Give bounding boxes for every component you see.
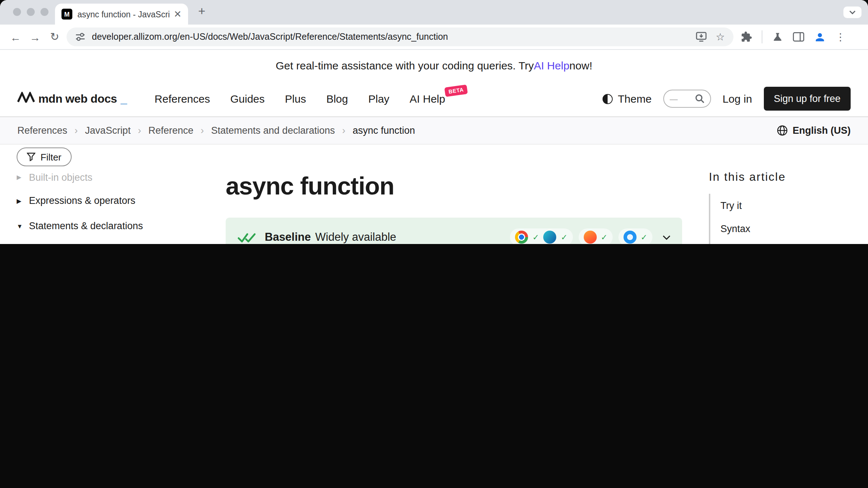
breadcrumb-separator: ›: [138, 125, 141, 136]
browser-toolbar: ← → ↻ developer.allizom.org/en-US/docs/W…: [0, 25, 868, 50]
sidebar-item-overview[interactable]: Overview: [22, 239, 197, 244]
page-main: Filter ▶ Built-in objects ▶ Expressions …: [0, 145, 868, 244]
mdn-logo-mark-icon: [17, 92, 35, 103]
bookmark-star-icon[interactable]: ☆: [716, 31, 725, 43]
promo-text-before: Get real-time assistance with your codin…: [276, 59, 534, 72]
mdn-favicon: M: [61, 9, 72, 20]
tab-title: async function - JavaScript |: [77, 10, 170, 18]
mdn-logo-cursor: _: [120, 93, 127, 106]
filter-label: Filter: [41, 151, 61, 162]
sidebar-item-expressions-operators[interactable]: ▶ Expressions & operators: [17, 188, 210, 213]
signup-button[interactable]: Sign up for free: [763, 87, 851, 111]
mdn-main-nav: References Guides Plus Blog Play AI Help…: [154, 93, 445, 105]
beta-badge: BETA: [444, 85, 468, 97]
install-app-icon[interactable]: [696, 32, 707, 42]
baseline-status: Widely available: [315, 231, 396, 243]
minimize-window-button[interactable]: [27, 8, 35, 16]
theme-icon: [603, 94, 613, 104]
browser-tab[interactable]: M async function - JavaScript | ✕: [55, 4, 188, 25]
toc-list: Try it Syntax Description Examples Speci…: [709, 194, 857, 244]
chromium-support-group: ✓ ✓: [510, 228, 573, 244]
safari-icon: [624, 231, 637, 244]
search-placeholder: —: [670, 94, 695, 103]
toc-item-description[interactable]: Description: [720, 240, 857, 244]
breadcrumb-separator: ›: [342, 125, 345, 136]
baseline-status-widget[interactable]: BaselineWidely available ✓ ✓ ✓: [226, 218, 682, 244]
ai-help-promo-link[interactable]: AI Help: [534, 59, 569, 72]
nav-item-play[interactable]: Play: [368, 93, 389, 105]
back-button[interactable]: ←: [6, 31, 25, 43]
breadcrumb: References › JavaScript › Reference › St…: [0, 117, 868, 145]
address-bar[interactable]: developer.allizom.org/en-US/docs/Web/Jav…: [67, 27, 733, 46]
sidebar-item-label: Built-in objects: [29, 172, 93, 183]
url-text[interactable]: developer.allizom.org/en-US/docs/Web/Jav…: [92, 32, 687, 42]
toolbar-divider: [762, 30, 762, 43]
browser-window: M async function - JavaScript | ✕ + ← → …: [0, 0, 868, 244]
nav-item-references[interactable]: References: [154, 93, 210, 105]
forward-button[interactable]: →: [25, 31, 45, 43]
chrome-icon: [515, 231, 528, 244]
filter-button[interactable]: Filter: [17, 147, 72, 166]
firefox-supported-check-icon: ✓: [601, 232, 607, 242]
mdn-logo-text: mdn web docs: [38, 93, 117, 106]
promo-text-after: now!: [569, 59, 592, 72]
expander-open-icon[interactable]: ▼: [17, 222, 25, 230]
close-tab-icon[interactable]: ✕: [174, 9, 182, 19]
ai-help-label: AI Help: [410, 93, 445, 105]
toc-item-try-it[interactable]: Try it: [720, 194, 857, 217]
firefox-icon: [583, 231, 596, 244]
sidebar-item-label: Statements & declarations: [29, 221, 143, 231]
profile-avatar-icon[interactable]: [814, 31, 826, 43]
browser-menu-icon[interactable]: ⋮: [835, 31, 846, 43]
language-switcher[interactable]: English (US): [777, 125, 851, 136]
breadcrumb-references[interactable]: References: [17, 125, 67, 136]
sidebar-item-statements-declarations[interactable]: ▼ Statements & declarations: [17, 213, 210, 239]
safari-support-group: ✓: [618, 228, 652, 244]
theme-label: Theme: [618, 93, 651, 105]
experiments-flask-icon[interactable]: [772, 31, 783, 43]
mdn-site-header: mdn web docs _ References Guides Plus Bl…: [0, 81, 868, 117]
baseline-expand-chevron-icon[interactable]: [663, 235, 671, 240]
nav-item-ai-help[interactable]: AI Help BETA: [410, 93, 445, 105]
mdn-logo[interactable]: mdn web docs _: [17, 92, 127, 106]
article-content: async function BaselineWidely available …: [226, 145, 682, 244]
expander-closed-icon[interactable]: ▶: [17, 197, 25, 204]
breadcrumb-reference[interactable]: Reference: [148, 125, 193, 136]
toc-item-syntax[interactable]: Syntax: [720, 217, 857, 240]
sidebar-item-label: Expressions & operators: [29, 195, 135, 206]
baseline-double-check-icon: [237, 232, 256, 243]
close-window-button[interactable]: [13, 8, 21, 16]
toc-title: In this article: [709, 171, 857, 184]
extensions-icon[interactable]: [741, 31, 752, 43]
nav-item-guides[interactable]: Guides: [230, 93, 265, 105]
side-panel-icon[interactable]: [793, 32, 804, 42]
table-of-contents: In this article Try it Syntax Descriptio…: [709, 145, 857, 244]
breadcrumb-javascript[interactable]: JavaScript: [85, 125, 131, 136]
window-controls: [13, 8, 48, 16]
expander-closed-icon[interactable]: ▶: [17, 174, 25, 181]
theme-toggle[interactable]: Theme: [603, 93, 651, 105]
login-link[interactable]: Log in: [723, 93, 752, 105]
tab-search-button[interactable]: [843, 7, 861, 18]
language-label: English (US): [793, 125, 851, 136]
site-info-icon[interactable]: [75, 32, 85, 42]
sidebar-item-built-in-objects[interactable]: ▶ Built-in objects: [17, 166, 210, 188]
breadcrumb-current-page: async function: [353, 125, 415, 136]
nav-item-plus[interactable]: Plus: [285, 93, 306, 105]
edge-icon: [544, 231, 557, 244]
maximize-window-button[interactable]: [41, 8, 48, 16]
baseline-browser-support: ✓ ✓ ✓ ✓: [510, 228, 671, 244]
search-icon: [695, 94, 705, 103]
nav-item-blog[interactable]: Blog: [326, 93, 348, 105]
toolbar-right-icons: ⋮: [741, 30, 846, 43]
site-search-input[interactable]: —: [663, 90, 711, 108]
browser-tab-strip: M async function - JavaScript | ✕ +: [0, 0, 868, 25]
reload-button[interactable]: ↻: [45, 30, 64, 43]
new-tab-button[interactable]: +: [198, 5, 205, 17]
ai-help-promo-banner: Get real-time assistance with your codin…: [0, 50, 868, 81]
sidebar-nav-list: ▶ Built-in objects ▶ Expressions & opera…: [17, 166, 210, 244]
breadcrumb-statements[interactable]: Statements and declarations: [211, 125, 335, 136]
docs-sidebar: Filter ▶ Built-in objects ▶ Expressions …: [0, 145, 210, 244]
breadcrumb-separator: ›: [201, 125, 204, 136]
baseline-text: BaselineWidely available: [265, 231, 396, 244]
